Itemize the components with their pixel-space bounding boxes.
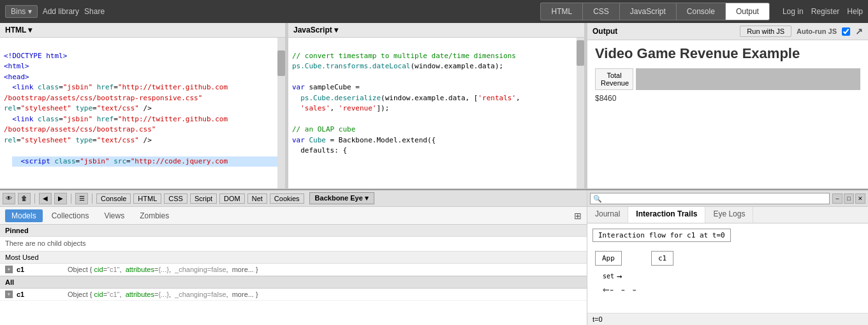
backbone-eye-dropdown[interactable]: Backbone Eye ▾ bbox=[309, 192, 374, 204]
backbone-toolbar: 👁 🗑 ◀ ▶ ☰ Console HTML CSS Script DOM Ne… bbox=[0, 190, 587, 207]
tab-zombies[interactable]: Zombies bbox=[133, 209, 175, 222]
arrow-label: set bbox=[603, 273, 614, 280]
output-controls: Run with JS Auto-run JS ↗ bbox=[740, 26, 863, 37]
close-btn[interactable]: ✕ bbox=[855, 193, 865, 204]
output-content: Video Game Revenue Example TotalRevenue … bbox=[587, 40, 868, 188]
back-toolbar-icon[interactable]: ◀ bbox=[39, 193, 52, 204]
revenue-bar bbox=[636, 68, 860, 90]
backbone-right-panel: – □ ✕ Journal Interaction Trails Eye Log… bbox=[587, 190, 868, 325]
forward-toolbar-icon[interactable]: ▶ bbox=[54, 193, 67, 204]
model-expand-btn-1[interactable]: + bbox=[5, 266, 13, 273]
editor-tab-group: HTML CSS JavaScript Console Output bbox=[540, 3, 769, 20]
dashed-return-arrow: ←- - - bbox=[603, 282, 636, 296]
tab-collections[interactable]: Collections bbox=[45, 209, 96, 222]
flow-title-box: Interaction flow for c1 at t=0 bbox=[592, 229, 731, 242]
share-link[interactable]: Share bbox=[84, 7, 105, 16]
js-panel-title: JavaScript ▾ bbox=[293, 26, 338, 34]
output-panel: Output Run with JS Auto-run JS ↗ Video G… bbox=[587, 23, 868, 188]
tab-eye-logs[interactable]: Eye Logs bbox=[705, 207, 753, 223]
right-toolbar: – □ ✕ bbox=[587, 190, 868, 207]
model-detail-2: Object { cid="c1", attributes={...}, _ch… bbox=[68, 291, 258, 298]
tab-output[interactable]: Output bbox=[725, 3, 770, 20]
js-code-area[interactable]: // convert timestamp to multiple date/ti… bbox=[288, 38, 577, 188]
dom-toolbar-btn[interactable]: DOM bbox=[219, 193, 245, 204]
menu-toolbar-icon[interactable]: ☰ bbox=[75, 193, 88, 204]
toolbar-separator-2 bbox=[71, 193, 71, 204]
collapse-icon[interactable]: ⊞ bbox=[574, 211, 582, 221]
html-code-area[interactable]: <!DOCTYPE html> <html> <head> <link clas… bbox=[0, 38, 277, 188]
right-tabs: Journal Interaction Trails Eye Logs bbox=[587, 207, 868, 223]
backbone-tabs: Models Collections Views Zombies ⊞ bbox=[0, 207, 587, 225]
script-toolbar-btn[interactable]: Script bbox=[190, 193, 217, 204]
autorun-label: Auto-run JS bbox=[797, 27, 837, 35]
revenue-box: TotalRevenue bbox=[595, 68, 860, 90]
output-title: Video Game Revenue Example bbox=[595, 45, 860, 62]
tab-views[interactable]: Views bbox=[98, 209, 131, 222]
revenue-label: TotalRevenue bbox=[595, 68, 633, 90]
js-panel-header[interactable]: JavaScript ▾ bbox=[288, 23, 584, 38]
html-panel-title: HTML ▾ bbox=[5, 26, 32, 34]
timestamp-bar: t=0 bbox=[587, 313, 868, 325]
output-panel-header: Output Run with JS Auto-run JS ↗ bbox=[587, 23, 868, 40]
editor-area: HTML ▾ <!DOCTYPE html> <html> <head> <li… bbox=[0, 23, 868, 189]
net-toolbar-btn[interactable]: Net bbox=[247, 193, 267, 204]
most-used-header: Most Used bbox=[0, 251, 587, 264]
autorun-checkbox[interactable] bbox=[842, 27, 850, 36]
cookies-toolbar-btn[interactable]: Cookies bbox=[270, 193, 304, 204]
css-toolbar-btn[interactable]: CSS bbox=[164, 193, 188, 204]
eye-toolbar-icon[interactable]: 👁 bbox=[3, 193, 15, 204]
model-row-all[interactable]: + c1 Object { cid="c1", attributes={...}… bbox=[0, 289, 587, 301]
html-scrollbar-v[interactable] bbox=[277, 38, 285, 188]
model-row-most-used[interactable]: + c1 Object { cid="c1", attributes={...}… bbox=[0, 264, 587, 276]
html-toolbar-btn[interactable]: HTML bbox=[133, 193, 161, 204]
run-with-js-button[interactable]: Run with JS bbox=[740, 26, 791, 37]
all-section-header: All bbox=[0, 276, 587, 289]
console-toolbar-btn[interactable]: Console bbox=[96, 193, 131, 204]
minimize-btn[interactable]: – bbox=[832, 193, 842, 204]
flow-diagram: App c1 set → ←- - - bbox=[592, 248, 863, 298]
html-panel-header[interactable]: HTML ▾ bbox=[0, 23, 285, 38]
model-expand-btn-2[interactable]: + bbox=[5, 291, 13, 298]
add-library-link[interactable]: Add library bbox=[43, 7, 79, 16]
tab-javascript[interactable]: JavaScript bbox=[619, 3, 676, 20]
restore-btn[interactable]: □ bbox=[844, 193, 854, 204]
trash-toolbar-icon[interactable]: 🗑 bbox=[18, 193, 31, 204]
tab-models[interactable]: Models bbox=[5, 209, 43, 222]
flow-node-app: App bbox=[595, 251, 622, 266]
js-scrollbar-v[interactable] bbox=[577, 38, 584, 188]
model-name-2: c1 bbox=[17, 291, 68, 298]
tab-css[interactable]: CSS bbox=[582, 3, 619, 20]
bins-button[interactable]: Bins ▾ bbox=[5, 5, 38, 18]
revenue-amount: $8460 bbox=[595, 94, 860, 103]
model-name-1: c1 bbox=[17, 266, 68, 273]
login-link[interactable]: Log in bbox=[783, 7, 804, 16]
register-link[interactable]: Register bbox=[811, 7, 840, 16]
backbone-eye-panel: 👁 🗑 ◀ ▶ ☰ Console HTML CSS Script DOM Ne… bbox=[0, 190, 587, 325]
model-detail-1: Object { cid="c1", attributes={...}, _ch… bbox=[68, 266, 258, 273]
flow-nodes-row: App c1 bbox=[595, 251, 860, 266]
top-bar-right: Log in Register Help bbox=[783, 7, 863, 16]
tab-interaction-trails[interactable]: Interaction Trails bbox=[628, 207, 705, 223]
interaction-trails-content: Interaction flow for c1 at t=0 App c1 se… bbox=[587, 223, 868, 313]
bottom-area: 👁 🗑 ◀ ▶ ☰ Console HTML CSS Script DOM Ne… bbox=[0, 189, 868, 325]
expand-icon[interactable]: ↗ bbox=[855, 26, 863, 36]
flow-node-c1: c1 bbox=[651, 251, 673, 266]
toolbar-separator-3 bbox=[92, 193, 92, 204]
tab-console[interactable]: Console bbox=[676, 3, 725, 20]
tab-journal[interactable]: Journal bbox=[587, 207, 628, 223]
top-bar-left: Bins ▾ Add library Share bbox=[5, 5, 105, 18]
html-panel: HTML ▾ <!DOCTYPE html> <html> <head> <li… bbox=[0, 23, 286, 188]
output-panel-title: Output bbox=[592, 27, 617, 36]
toolbar-separator-1 bbox=[34, 193, 35, 204]
main-content: HTML ▾ <!DOCTYPE html> <html> <head> <li… bbox=[0, 23, 868, 325]
js-panel: JavaScript ▾ // convert timestamp to mul… bbox=[288, 23, 585, 188]
top-bar: Bins ▾ Add library Share HTML CSS JavaSc… bbox=[0, 0, 868, 23]
help-link[interactable]: Help bbox=[847, 7, 863, 16]
pinned-empty-msg: There are no child objects bbox=[0, 237, 587, 250]
window-controls: – □ ✕ bbox=[832, 193, 865, 204]
tab-html[interactable]: HTML bbox=[540, 3, 582, 20]
pinned-section-header: Pinned bbox=[0, 225, 587, 237]
backbone-search-input[interactable] bbox=[590, 193, 830, 204]
